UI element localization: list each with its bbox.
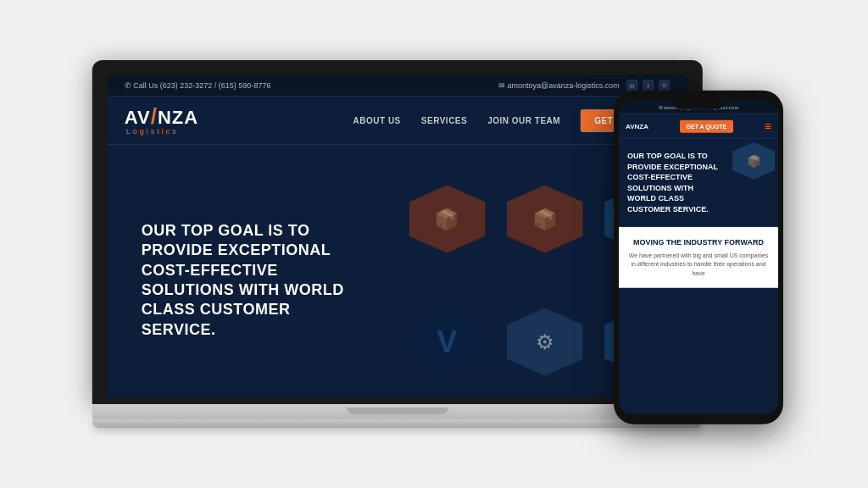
hex-gear-icon: ⚙ [507,308,583,376]
hex-item-2: 📦 [500,162,589,276]
laptop-foot [92,419,703,428]
scene: ✆ Call Us (623) 232-3272 / (615) 590-877… [0,0,868,488]
hex-item-5: ⚙ [500,285,589,397]
site-nav: AV/NZA Logistics ABOUT US SERVICES JOIN … [108,97,687,145]
phone-section: MOVING THE INDUSTRY FORWARD We have part… [619,226,778,288]
site-hero: OUR TOP GOAL IS TO PROVIDE EXCEPTIONAL C… [108,145,687,397]
nav-services[interactable]: SERVICES [421,116,467,125]
hex-box2-icon: 📦 [507,186,583,253]
topbar-email: ✉ amontoya@avanza-logistics.com [498,81,620,90]
hex-item-4: V [403,285,492,397]
laptop-screen: ✆ Call Us (623) 232-3272 / (615) 590-877… [108,75,687,397]
topbar-phone: ✆ Call Us (623) 232-3272 / (615) 590-877… [125,81,271,90]
logo-av: AV [125,107,151,128]
phone-logo: AVNZA [626,122,648,130]
phone-device: ✉ amontoya@avanza-logistics.com AVNZA GE… [614,91,783,424]
phone-section-text: We have partnered with big and small US … [627,251,770,278]
laptop-device: ✆ Call Us (623) 232-3272 / (615) 590-877… [92,60,703,428]
phone-quote-button[interactable]: GET A QUOTE [680,119,734,132]
logo-sub: Logistics [126,127,198,136]
nav-about[interactable]: ABOUT US [353,116,401,125]
phone-section-title: MOVING THE INDUSTRY FORWARD [627,237,770,246]
phone-screen: ✉ amontoya@avanza-logistics.com AVNZA GE… [619,101,778,414]
logo-slash: / [151,103,158,129]
site-logo: AV/NZA Logistics [125,105,198,136]
phone-body: ✉ amontoya@avanza-logistics.com AVNZA GE… [614,91,783,424]
logo-main: AV/NZA [125,105,198,127]
logo-nza: NZA [158,107,198,128]
hex-item-1: 📦 [403,162,492,276]
phone-nav: AVNZA GET A QUOTE ≡ [619,114,778,139]
hero-heading: OUR TOP GOAL IS TO PROVIDE EXCEPTIONAL C… [142,221,364,340]
site-topbar: ✆ Call Us (623) 232-3272 / (615) 590-877… [108,75,687,97]
hero-text: OUR TOP GOAL IS TO PROVIDE EXCEPTIONAL C… [108,196,398,365]
hex-letter-icon: V [409,308,485,376]
hex-box-icon: 📦 [409,186,485,253]
phone-notch [673,101,724,109]
laptop-base [92,404,703,419]
phone-hero: 📦 OUR TOP GOAL IS TO PROVIDE EXCEPTIONAL… [619,139,778,227]
laptop-bezel: ✆ Call Us (623) 232-3272 / (615) 590-877… [92,60,703,404]
nav-join[interactable]: JOIN OUR TEAM [487,116,560,125]
phone-menu-icon[interactable]: ≡ [765,119,771,133]
